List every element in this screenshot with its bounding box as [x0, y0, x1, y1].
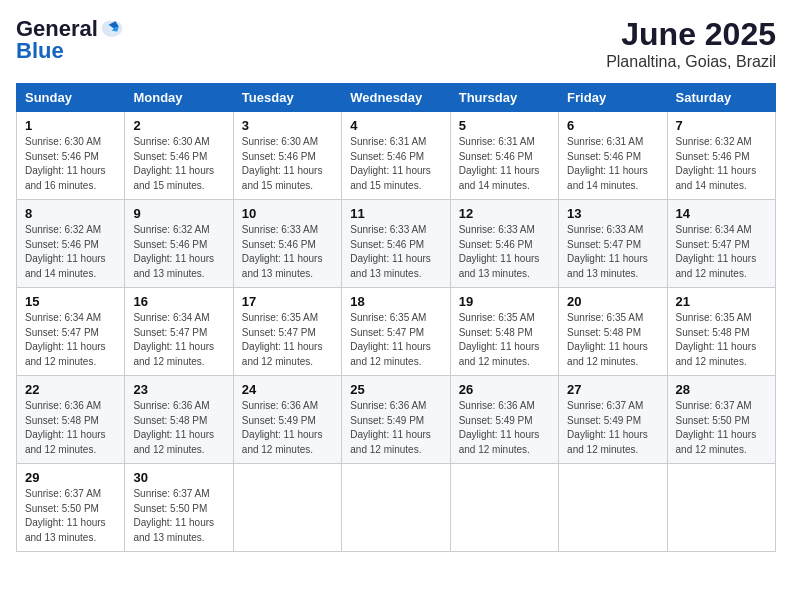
table-row: 27 Sunrise: 6:37 AMSunset: 5:49 PMDaylig…: [559, 376, 667, 464]
table-row: [233, 464, 341, 552]
day-number: 6: [567, 118, 658, 133]
day-number: 21: [676, 294, 767, 309]
header-wednesday: Wednesday: [342, 84, 450, 112]
table-row: 21 Sunrise: 6:35 AMSunset: 5:48 PMDaylig…: [667, 288, 775, 376]
logo: General Blue: [16, 16, 124, 64]
day-number: 25: [350, 382, 441, 397]
day-number: 1: [25, 118, 116, 133]
table-row: [559, 464, 667, 552]
table-row: 14 Sunrise: 6:34 AMSunset: 5:47 PMDaylig…: [667, 200, 775, 288]
table-row: 3 Sunrise: 6:30 AMSunset: 5:46 PMDayligh…: [233, 112, 341, 200]
day-number: 18: [350, 294, 441, 309]
table-row: 30 Sunrise: 6:37 AMSunset: 5:50 PMDaylig…: [125, 464, 233, 552]
title-block: June 2025 Planaltina, Goias, Brazil: [606, 16, 776, 71]
day-info: Sunrise: 6:30 AMSunset: 5:46 PMDaylight:…: [242, 135, 333, 193]
table-row: 6 Sunrise: 6:31 AMSunset: 5:46 PMDayligh…: [559, 112, 667, 200]
day-info: Sunrise: 6:36 AMSunset: 5:48 PMDaylight:…: [133, 399, 224, 457]
table-row: 11 Sunrise: 6:33 AMSunset: 5:46 PMDaylig…: [342, 200, 450, 288]
header-sunday: Sunday: [17, 84, 125, 112]
table-row: 4 Sunrise: 6:31 AMSunset: 5:46 PMDayligh…: [342, 112, 450, 200]
day-info: Sunrise: 6:37 AMSunset: 5:50 PMDaylight:…: [133, 487, 224, 545]
day-number: 2: [133, 118, 224, 133]
day-number: 10: [242, 206, 333, 221]
table-row: 2 Sunrise: 6:30 AMSunset: 5:46 PMDayligh…: [125, 112, 233, 200]
header-saturday: Saturday: [667, 84, 775, 112]
table-row: 18 Sunrise: 6:35 AMSunset: 5:47 PMDaylig…: [342, 288, 450, 376]
day-number: 28: [676, 382, 767, 397]
calendar-week-3: 15 Sunrise: 6:34 AMSunset: 5:47 PMDaylig…: [17, 288, 776, 376]
header-monday: Monday: [125, 84, 233, 112]
table-row: [667, 464, 775, 552]
day-number: 23: [133, 382, 224, 397]
day-info: Sunrise: 6:37 AMSunset: 5:50 PMDaylight:…: [25, 487, 116, 545]
day-number: 12: [459, 206, 550, 221]
day-number: 20: [567, 294, 658, 309]
table-row: 16 Sunrise: 6:34 AMSunset: 5:47 PMDaylig…: [125, 288, 233, 376]
day-number: 24: [242, 382, 333, 397]
table-row: 8 Sunrise: 6:32 AMSunset: 5:46 PMDayligh…: [17, 200, 125, 288]
table-row: 28 Sunrise: 6:37 AMSunset: 5:50 PMDaylig…: [667, 376, 775, 464]
day-info: Sunrise: 6:33 AMSunset: 5:46 PMDaylight:…: [242, 223, 333, 281]
day-number: 9: [133, 206, 224, 221]
day-number: 8: [25, 206, 116, 221]
day-number: 22: [25, 382, 116, 397]
table-row: 24 Sunrise: 6:36 AMSunset: 5:49 PMDaylig…: [233, 376, 341, 464]
table-row: 25 Sunrise: 6:36 AMSunset: 5:49 PMDaylig…: [342, 376, 450, 464]
day-info: Sunrise: 6:36 AMSunset: 5:49 PMDaylight:…: [350, 399, 441, 457]
day-info: Sunrise: 6:33 AMSunset: 5:46 PMDaylight:…: [459, 223, 550, 281]
day-info: Sunrise: 6:36 AMSunset: 5:48 PMDaylight:…: [25, 399, 116, 457]
logo-blue-text: Blue: [16, 38, 64, 64]
day-info: Sunrise: 6:36 AMSunset: 5:49 PMDaylight:…: [242, 399, 333, 457]
table-row: 9 Sunrise: 6:32 AMSunset: 5:46 PMDayligh…: [125, 200, 233, 288]
day-info: Sunrise: 6:37 AMSunset: 5:49 PMDaylight:…: [567, 399, 658, 457]
calendar-table: Sunday Monday Tuesday Wednesday Thursday…: [16, 83, 776, 552]
table-row: 13 Sunrise: 6:33 AMSunset: 5:47 PMDaylig…: [559, 200, 667, 288]
logo-bird-icon: [100, 19, 124, 39]
day-info: Sunrise: 6:30 AMSunset: 5:46 PMDaylight:…: [25, 135, 116, 193]
day-info: Sunrise: 6:37 AMSunset: 5:50 PMDaylight:…: [676, 399, 767, 457]
day-info: Sunrise: 6:35 AMSunset: 5:48 PMDaylight:…: [567, 311, 658, 369]
calendar-week-4: 22 Sunrise: 6:36 AMSunset: 5:48 PMDaylig…: [17, 376, 776, 464]
day-number: 26: [459, 382, 550, 397]
table-row: 23 Sunrise: 6:36 AMSunset: 5:48 PMDaylig…: [125, 376, 233, 464]
day-info: Sunrise: 6:35 AMSunset: 5:48 PMDaylight:…: [459, 311, 550, 369]
table-row: 19 Sunrise: 6:35 AMSunset: 5:48 PMDaylig…: [450, 288, 558, 376]
table-row: 20 Sunrise: 6:35 AMSunset: 5:48 PMDaylig…: [559, 288, 667, 376]
header-thursday: Thursday: [450, 84, 558, 112]
page-header: General Blue June 2025 Planaltina, Goias…: [16, 16, 776, 71]
table-row: 29 Sunrise: 6:37 AMSunset: 5:50 PMDaylig…: [17, 464, 125, 552]
day-info: Sunrise: 6:31 AMSunset: 5:46 PMDaylight:…: [459, 135, 550, 193]
day-info: Sunrise: 6:34 AMSunset: 5:47 PMDaylight:…: [676, 223, 767, 281]
day-number: 16: [133, 294, 224, 309]
day-info: Sunrise: 6:31 AMSunset: 5:46 PMDaylight:…: [567, 135, 658, 193]
header-tuesday: Tuesday: [233, 84, 341, 112]
day-info: Sunrise: 6:35 AMSunset: 5:47 PMDaylight:…: [350, 311, 441, 369]
day-info: Sunrise: 6:31 AMSunset: 5:46 PMDaylight:…: [350, 135, 441, 193]
day-number: 29: [25, 470, 116, 485]
table-row: 7 Sunrise: 6:32 AMSunset: 5:46 PMDayligh…: [667, 112, 775, 200]
day-number: 15: [25, 294, 116, 309]
table-row: [450, 464, 558, 552]
day-number: 19: [459, 294, 550, 309]
page-subtitle: Planaltina, Goias, Brazil: [606, 53, 776, 71]
table-row: 26 Sunrise: 6:36 AMSunset: 5:49 PMDaylig…: [450, 376, 558, 464]
day-number: 5: [459, 118, 550, 133]
day-info: Sunrise: 6:35 AMSunset: 5:48 PMDaylight:…: [676, 311, 767, 369]
day-info: Sunrise: 6:30 AMSunset: 5:46 PMDaylight:…: [133, 135, 224, 193]
page-title: June 2025: [606, 16, 776, 53]
day-number: 4: [350, 118, 441, 133]
day-number: 3: [242, 118, 333, 133]
day-info: Sunrise: 6:35 AMSunset: 5:47 PMDaylight:…: [242, 311, 333, 369]
table-row: 1 Sunrise: 6:30 AMSunset: 5:46 PMDayligh…: [17, 112, 125, 200]
day-info: Sunrise: 6:36 AMSunset: 5:49 PMDaylight:…: [459, 399, 550, 457]
day-number: 17: [242, 294, 333, 309]
table-row: [342, 464, 450, 552]
day-info: Sunrise: 6:33 AMSunset: 5:46 PMDaylight:…: [350, 223, 441, 281]
table-row: 12 Sunrise: 6:33 AMSunset: 5:46 PMDaylig…: [450, 200, 558, 288]
calendar-week-5: 29 Sunrise: 6:37 AMSunset: 5:50 PMDaylig…: [17, 464, 776, 552]
day-number: 7: [676, 118, 767, 133]
calendar-header-row: Sunday Monday Tuesday Wednesday Thursday…: [17, 84, 776, 112]
table-row: 17 Sunrise: 6:35 AMSunset: 5:47 PMDaylig…: [233, 288, 341, 376]
header-friday: Friday: [559, 84, 667, 112]
day-number: 30: [133, 470, 224, 485]
